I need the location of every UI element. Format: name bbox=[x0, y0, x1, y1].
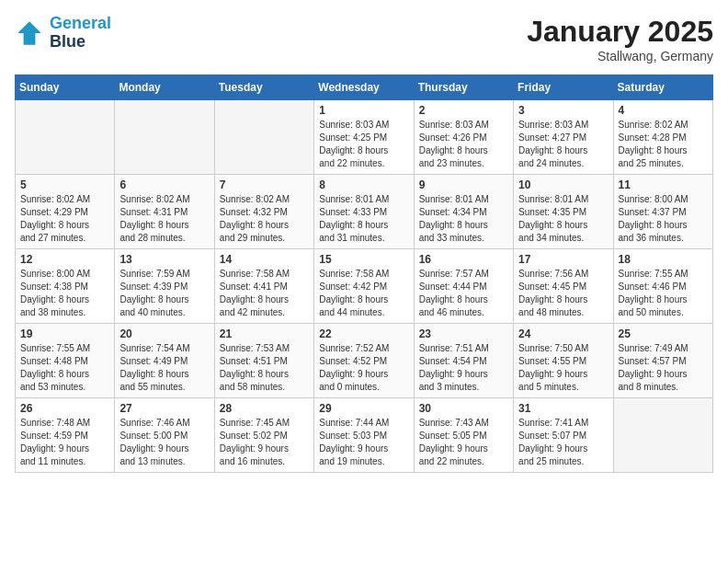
calendar-cell: 10Sunrise: 8:01 AMSunset: 4:35 PMDayligh… bbox=[514, 175, 613, 249]
day-info: Sunrise: 7:45 AMSunset: 5:02 PMDaylight:… bbox=[220, 417, 309, 468]
day-number: 9 bbox=[419, 178, 508, 191]
calendar-cell: 1Sunrise: 8:03 AMSunset: 4:25 PMDaylight… bbox=[314, 100, 414, 175]
logo: General Blue bbox=[15, 15, 111, 52]
day-number: 15 bbox=[319, 253, 408, 266]
weekday-header-tuesday: Tuesday bbox=[214, 75, 313, 100]
calendar-cell: 6Sunrise: 8:02 AMSunset: 4:31 PMDaylight… bbox=[115, 175, 214, 249]
calendar-cell bbox=[115, 100, 214, 175]
calendar-cell: 22Sunrise: 7:52 AMSunset: 4:52 PMDayligh… bbox=[314, 324, 414, 398]
day-info: Sunrise: 7:55 AMSunset: 4:46 PMDaylight:… bbox=[619, 268, 708, 319]
page-header: General Blue January 2025 Stallwang, Ger… bbox=[15, 15, 713, 63]
calendar-cell: 11Sunrise: 8:00 AMSunset: 4:37 PMDayligh… bbox=[613, 175, 712, 249]
weekday-header-wednesday: Wednesday bbox=[314, 75, 414, 100]
day-info: Sunrise: 7:56 AMSunset: 4:45 PMDaylight:… bbox=[518, 268, 608, 319]
calendar-cell: 23Sunrise: 7:51 AMSunset: 4:54 PMDayligh… bbox=[414, 324, 513, 398]
logo-text: General Blue bbox=[50, 15, 111, 52]
day-number: 28 bbox=[220, 402, 309, 415]
day-info: Sunrise: 7:59 AMSunset: 4:39 PMDaylight:… bbox=[119, 268, 209, 319]
day-info: Sunrise: 8:02 AMSunset: 4:28 PMDaylight:… bbox=[619, 119, 708, 170]
day-info: Sunrise: 8:00 AMSunset: 4:38 PMDaylight:… bbox=[20, 268, 109, 319]
calendar-cell: 29Sunrise: 7:44 AMSunset: 5:03 PMDayligh… bbox=[314, 398, 414, 473]
svg-marker-0 bbox=[17, 21, 41, 45]
day-number: 22 bbox=[319, 327, 408, 340]
calendar-cell: 18Sunrise: 7:55 AMSunset: 4:46 PMDayligh… bbox=[613, 249, 712, 324]
calendar-cell: 31Sunrise: 7:41 AMSunset: 5:07 PMDayligh… bbox=[514, 398, 613, 473]
calendar-cell bbox=[16, 100, 115, 175]
calendar-cell: 8Sunrise: 8:01 AMSunset: 4:33 PMDaylight… bbox=[314, 175, 414, 249]
day-number: 16 bbox=[419, 253, 508, 266]
calendar-cell: 27Sunrise: 7:46 AMSunset: 5:00 PMDayligh… bbox=[115, 398, 214, 473]
calendar-week-5: 26Sunrise: 7:48 AMSunset: 4:59 PMDayligh… bbox=[16, 398, 713, 473]
calendar-cell: 14Sunrise: 7:58 AMSunset: 4:41 PMDayligh… bbox=[214, 249, 313, 324]
calendar-cell: 24Sunrise: 7:50 AMSunset: 4:55 PMDayligh… bbox=[514, 324, 613, 398]
title-block: January 2025 Stallwang, Germany bbox=[527, 15, 713, 63]
day-info: Sunrise: 7:44 AMSunset: 5:03 PMDaylight:… bbox=[319, 417, 408, 468]
calendar-cell: 15Sunrise: 7:58 AMSunset: 4:42 PMDayligh… bbox=[314, 249, 414, 324]
day-number: 31 bbox=[518, 402, 608, 415]
day-number: 23 bbox=[419, 327, 508, 340]
day-number: 8 bbox=[319, 178, 408, 191]
day-number: 5 bbox=[20, 178, 109, 191]
calendar-week-4: 19Sunrise: 7:55 AMSunset: 4:48 PMDayligh… bbox=[16, 324, 713, 398]
calendar-cell: 26Sunrise: 7:48 AMSunset: 4:59 PMDayligh… bbox=[16, 398, 115, 473]
calendar-week-1: 1Sunrise: 8:03 AMSunset: 4:25 PMDaylight… bbox=[16, 100, 713, 175]
weekday-header-monday: Monday bbox=[115, 75, 214, 100]
day-number: 24 bbox=[518, 327, 608, 340]
calendar-week-3: 12Sunrise: 8:00 AMSunset: 4:38 PMDayligh… bbox=[16, 249, 713, 324]
location: Stallwang, Germany bbox=[527, 49, 713, 63]
calendar-cell: 12Sunrise: 8:00 AMSunset: 4:38 PMDayligh… bbox=[16, 249, 115, 324]
weekday-header-row: SundayMondayTuesdayWednesdayThursdayFrid… bbox=[16, 75, 713, 100]
day-number: 17 bbox=[518, 253, 608, 266]
calendar-week-2: 5Sunrise: 8:02 AMSunset: 4:29 PMDaylight… bbox=[16, 175, 713, 249]
calendar-cell: 9Sunrise: 8:01 AMSunset: 4:34 PMDaylight… bbox=[414, 175, 513, 249]
logo-icon bbox=[15, 18, 44, 48]
day-info: Sunrise: 7:53 AMSunset: 4:51 PMDaylight:… bbox=[220, 342, 309, 394]
calendar-cell: 16Sunrise: 7:57 AMSunset: 4:44 PMDayligh… bbox=[414, 249, 513, 324]
calendar-cell: 7Sunrise: 8:02 AMSunset: 4:32 PMDaylight… bbox=[214, 175, 313, 249]
calendar-cell: 25Sunrise: 7:49 AMSunset: 4:57 PMDayligh… bbox=[613, 324, 712, 398]
day-number: 13 bbox=[119, 253, 209, 266]
calendar-cell: 21Sunrise: 7:53 AMSunset: 4:51 PMDayligh… bbox=[214, 324, 313, 398]
day-number: 1 bbox=[319, 104, 408, 117]
day-info: Sunrise: 8:02 AMSunset: 4:31 PMDaylight:… bbox=[119, 193, 209, 245]
day-number: 12 bbox=[20, 253, 109, 266]
month-year: January 2025 bbox=[527, 15, 713, 49]
day-number: 29 bbox=[319, 402, 408, 415]
day-number: 6 bbox=[119, 178, 209, 191]
day-number: 27 bbox=[119, 402, 209, 415]
calendar-cell: 28Sunrise: 7:45 AMSunset: 5:02 PMDayligh… bbox=[214, 398, 313, 473]
day-info: Sunrise: 7:46 AMSunset: 5:00 PMDaylight:… bbox=[119, 417, 209, 468]
calendar-cell: 20Sunrise: 7:54 AMSunset: 4:49 PMDayligh… bbox=[115, 324, 214, 398]
calendar-cell: 4Sunrise: 8:02 AMSunset: 4:28 PMDaylight… bbox=[613, 100, 712, 175]
day-info: Sunrise: 7:57 AMSunset: 4:44 PMDaylight:… bbox=[419, 268, 508, 319]
day-info: Sunrise: 8:00 AMSunset: 4:37 PMDaylight:… bbox=[619, 193, 708, 245]
calendar-cell: 2Sunrise: 8:03 AMSunset: 4:26 PMDaylight… bbox=[414, 100, 513, 175]
day-info: Sunrise: 7:52 AMSunset: 4:52 PMDaylight:… bbox=[319, 342, 408, 394]
day-number: 21 bbox=[220, 327, 309, 340]
weekday-header-sunday: Sunday bbox=[16, 75, 115, 100]
day-number: 7 bbox=[220, 178, 309, 191]
day-info: Sunrise: 8:01 AMSunset: 4:34 PMDaylight:… bbox=[419, 193, 508, 245]
day-info: Sunrise: 8:01 AMSunset: 4:33 PMDaylight:… bbox=[319, 193, 408, 245]
day-info: Sunrise: 7:51 AMSunset: 4:54 PMDaylight:… bbox=[419, 342, 508, 394]
day-info: Sunrise: 7:50 AMSunset: 4:55 PMDaylight:… bbox=[518, 342, 608, 394]
calendar-cell: 13Sunrise: 7:59 AMSunset: 4:39 PMDayligh… bbox=[115, 249, 214, 324]
calendar-cell: 17Sunrise: 7:56 AMSunset: 4:45 PMDayligh… bbox=[514, 249, 613, 324]
calendar-cell: 5Sunrise: 8:02 AMSunset: 4:29 PMDaylight… bbox=[16, 175, 115, 249]
day-number: 2 bbox=[419, 104, 508, 117]
day-info: Sunrise: 7:58 AMSunset: 4:42 PMDaylight:… bbox=[319, 268, 408, 319]
day-info: Sunrise: 8:03 AMSunset: 4:27 PMDaylight:… bbox=[518, 119, 608, 170]
day-info: Sunrise: 7:54 AMSunset: 4:49 PMDaylight:… bbox=[119, 342, 209, 394]
day-info: Sunrise: 7:41 AMSunset: 5:07 PMDaylight:… bbox=[518, 417, 608, 468]
calendar-cell: 3Sunrise: 8:03 AMSunset: 4:27 PMDaylight… bbox=[514, 100, 613, 175]
calendar-cell: 30Sunrise: 7:43 AMSunset: 5:05 PMDayligh… bbox=[414, 398, 513, 473]
day-info: Sunrise: 8:03 AMSunset: 4:25 PMDaylight:… bbox=[319, 119, 408, 170]
day-info: Sunrise: 7:48 AMSunset: 4:59 PMDaylight:… bbox=[20, 417, 109, 468]
day-number: 19 bbox=[20, 327, 109, 340]
day-number: 14 bbox=[220, 253, 309, 266]
day-number: 4 bbox=[619, 104, 708, 117]
day-number: 18 bbox=[619, 253, 708, 266]
weekday-header-thursday: Thursday bbox=[414, 75, 513, 100]
day-number: 26 bbox=[20, 402, 109, 415]
calendar-cell: 19Sunrise: 7:55 AMSunset: 4:48 PMDayligh… bbox=[16, 324, 115, 398]
